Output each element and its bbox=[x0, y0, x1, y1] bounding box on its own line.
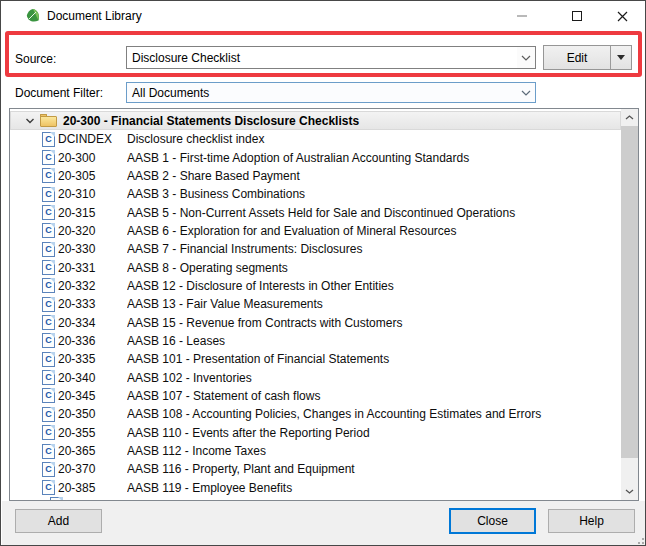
doc-desc: Disclosure checklist index bbox=[127, 132, 621, 146]
tree-row[interactable]: C 20-320 AASB 6 - Exploration for and Ev… bbox=[10, 222, 621, 240]
tree-row[interactable]: C 20-333 AASB 13 - Fair Value Measuremen… bbox=[10, 295, 621, 313]
source-dropdown-button[interactable] bbox=[517, 47, 535, 68]
edit-button[interactable]: Edit bbox=[544, 46, 610, 69]
tree-row[interactable]: C 20-336 AASB 16 - Leases bbox=[10, 332, 621, 350]
doc-id: 20-365 bbox=[58, 444, 127, 458]
doc-id: 20-370 bbox=[58, 462, 127, 476]
tree-row[interactable]: C 20-300 AASB 1 - First-time Adoption of… bbox=[10, 148, 621, 166]
document-list: 20-300 - Financial Statements Disclosure… bbox=[9, 108, 639, 501]
doc-desc: AASB 108 - Accounting Policies, Changes … bbox=[127, 407, 621, 421]
maximize-button[interactable] bbox=[554, 1, 599, 31]
doc-desc: AASB 1 - First-time Adoption of Australi… bbox=[127, 151, 621, 165]
tree-row[interactable]: C 20-345 AASB 107 - Statement of cash fl… bbox=[10, 387, 621, 405]
tree-row[interactable]: C 20-340 AASB 102 - Inventories bbox=[10, 368, 621, 386]
scroll-up-button[interactable] bbox=[621, 109, 638, 126]
document-c-icon: C bbox=[42, 480, 55, 495]
doc-desc: AASB 119 - Employee Benefits bbox=[127, 481, 621, 495]
chevron-up-icon bbox=[625, 115, 634, 120]
doc-id: 20-330 bbox=[58, 242, 127, 256]
expander-chevron-down-icon[interactable] bbox=[24, 115, 36, 127]
tree-row[interactable]: C DCINDEX Disclosure checklist index bbox=[10, 130, 621, 148]
tree-folder-row[interactable]: 20-300 - Financial Statements Disclosure… bbox=[10, 111, 621, 130]
tree-row[interactable]: C 20-334 AASB 15 - Revenue from Contract… bbox=[10, 313, 621, 331]
minimize-button[interactable] bbox=[499, 1, 544, 31]
close-icon bbox=[617, 11, 628, 22]
doc-desc: AASB 102 - Inventories bbox=[127, 371, 621, 385]
edit-split-button: Edit bbox=[543, 45, 632, 70]
minimize-icon bbox=[517, 15, 527, 17]
doc-id: 20-385 bbox=[58, 481, 127, 495]
tree-row[interactable]: C 20-355 AASB 110 - Events after the Rep… bbox=[10, 424, 621, 442]
scrollbar-thumb[interactable] bbox=[621, 126, 638, 458]
doc-id: DCINDEX bbox=[58, 132, 127, 146]
doc-id: 20-331 bbox=[58, 261, 127, 275]
window-title: Document Library bbox=[47, 9, 142, 23]
add-button[interactable]: Add bbox=[15, 509, 102, 533]
tree-row[interactable]: C 20-315 AASB 5 - Non-Current Assets Hel… bbox=[10, 203, 621, 221]
filter-dropdown-button[interactable] bbox=[517, 83, 535, 102]
vertical-scrollbar[interactable] bbox=[621, 109, 638, 500]
scroll-down-button[interactable] bbox=[621, 483, 638, 500]
document-c-icon: C bbox=[42, 205, 55, 220]
doc-desc: AASB 116 - Property, Plant and Equipment bbox=[127, 462, 621, 476]
doc-id: 20-333 bbox=[58, 297, 127, 311]
tree-items: C DCINDEX Disclosure checklist index C 2… bbox=[10, 130, 621, 497]
document-filter-combobox[interactable]: All Documents bbox=[126, 82, 536, 103]
tree-row[interactable]: C 20-385 AASB 119 - Employee Benefits bbox=[10, 479, 621, 497]
doc-id: 20-310 bbox=[58, 187, 127, 201]
tree-row[interactable]: C 20-310 AASB 3 - Business Combinations bbox=[10, 185, 621, 203]
document-c-icon: C bbox=[42, 260, 55, 275]
doc-desc: AASB 3 - Business Combinations bbox=[127, 187, 621, 201]
doc-desc: AASB 12 - Disclosure of Interests in Oth… bbox=[127, 279, 621, 293]
doc-id: 20-334 bbox=[58, 316, 127, 330]
tree-row[interactable]: C 20-331 AASB 8 - Operating segments bbox=[10, 258, 621, 276]
document-c-icon: C bbox=[42, 370, 55, 385]
doc-desc: AASB 110 - Events after the Reporting Pe… bbox=[127, 426, 621, 440]
app-leaf-icon bbox=[25, 8, 41, 24]
doc-desc: AASB 101 - Presentation of Financial Sta… bbox=[127, 352, 621, 366]
document-c-icon: C bbox=[42, 168, 55, 183]
doc-id: 20-335 bbox=[58, 352, 127, 366]
doc-id: 20-350 bbox=[58, 407, 127, 421]
tree-row[interactable]: C 20-332 AASB 12 - Disclosure of Interes… bbox=[10, 277, 621, 295]
document-c-icon: C bbox=[42, 297, 55, 312]
chevron-down-icon bbox=[625, 489, 634, 494]
tree-row[interactable]: C 20-305 AASB 2 - Share Based Payment bbox=[10, 167, 621, 185]
close-button[interactable] bbox=[600, 1, 645, 31]
doc-id: 20-305 bbox=[58, 169, 127, 183]
doc-desc: AASB 112 - Income Taxes bbox=[127, 444, 621, 458]
doc-desc: AASB 16 - Leases bbox=[127, 334, 621, 348]
tree-row[interactable]: C 20-335 AASB 101 - Presentation of Fina… bbox=[10, 350, 621, 368]
doc-desc: AASB 7 - Financial Instruments: Disclosu… bbox=[127, 242, 621, 256]
resize-grip[interactable] bbox=[634, 534, 644, 544]
footer-bar: Add Close Help bbox=[2, 501, 646, 546]
edit-dropdown-button[interactable] bbox=[611, 46, 631, 69]
maximize-icon bbox=[572, 11, 582, 21]
document-c-icon: C bbox=[42, 352, 55, 367]
document-c-icon: C bbox=[42, 425, 55, 440]
doc-id: 20-340 bbox=[58, 371, 127, 385]
doc-id: 20-332 bbox=[58, 279, 127, 293]
document-c-icon: C bbox=[42, 407, 55, 422]
close-dialog-button[interactable]: Close bbox=[449, 508, 536, 534]
tree-row[interactable]: C 20-365 AASB 112 - Income Taxes bbox=[10, 442, 621, 460]
tree-row[interactable]: C 20-350 AASB 108 - Accounting Policies,… bbox=[10, 405, 621, 423]
document-filter-value: All Documents bbox=[127, 86, 517, 100]
document-filter-label: Document Filter: bbox=[15, 86, 103, 100]
doc-desc: AASB 8 - Operating segments bbox=[127, 261, 621, 275]
chevron-down-icon bbox=[521, 90, 531, 96]
doc-id: 20-355 bbox=[58, 426, 127, 440]
tree-row[interactable]: C 20-330 AASB 7 - Financial Instruments:… bbox=[10, 240, 621, 258]
source-value: Disclosure Checklist bbox=[127, 51, 517, 65]
doc-desc: AASB 6 - Exploration for and Evaluation … bbox=[127, 224, 621, 238]
tree-row[interactable]: C 20-370 AASB 116 - Property, Plant and … bbox=[10, 460, 621, 478]
document-c-icon: C bbox=[42, 242, 55, 257]
doc-desc: AASB 5 - Non-Current Assets Held for Sal… bbox=[127, 206, 621, 220]
title-bar: Document Library bbox=[1, 1, 645, 32]
doc-desc: AASB 107 - Statement of cash flows bbox=[127, 389, 621, 403]
source-combobox[interactable]: Disclosure Checklist bbox=[126, 46, 536, 69]
document-c-icon: C bbox=[42, 388, 55, 403]
help-button[interactable]: Help bbox=[548, 509, 635, 533]
folder-icon bbox=[40, 114, 57, 127]
caret-down-icon bbox=[617, 55, 625, 60]
